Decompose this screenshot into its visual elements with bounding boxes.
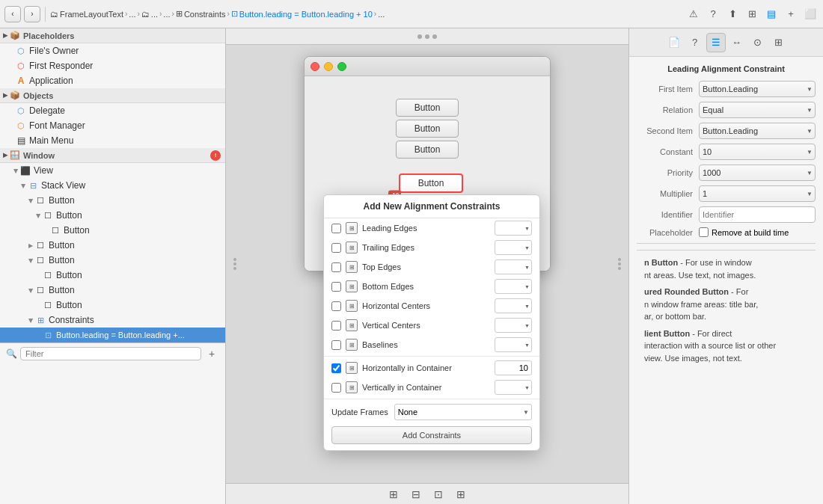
tree-item-first-responder[interactable]: ⬡ First Responder <box>0 58 225 73</box>
leading-edges-checkbox[interactable] <box>331 224 341 233</box>
vertically-container-select[interactable] <box>495 380 532 395</box>
tree-item-button-2[interactable]: ▶ ☐ Button <box>0 208 225 223</box>
warning-icon[interactable]: ⚠ <box>685 6 702 22</box>
horizontally-container-input[interactable] <box>495 360 532 375</box>
constant-select[interactable]: 10 <box>699 144 816 160</box>
horizontally-container-checkbox[interactable] <box>331 363 341 373</box>
baselines-checkbox[interactable] <box>331 340 341 350</box>
forward-button[interactable]: › <box>24 6 40 22</box>
breadcrumb-item-0[interactable]: 🗂 FrameLayoutText <box>50 10 123 19</box>
delegate-icon: ⬡ <box>15 105 27 117</box>
tree-item-button-4[interactable]: ▶ ☐ Button <box>0 238 225 253</box>
section-objects[interactable]: ▶ 📦 Objects <box>0 88 225 103</box>
canvas-bottom-layout-icon[interactable]: ⊞ <box>453 486 469 503</box>
rp-icon-file[interactable]: 📄 <box>664 33 684 52</box>
canvas-bottom-stack-icon[interactable]: ⊟ <box>408 486 424 503</box>
identifier-input[interactable] <box>699 206 816 223</box>
add-constraints-button[interactable]: Add Constraints <box>331 426 532 444</box>
top-edges-select[interactable] <box>495 259 532 274</box>
canvas-bottom-grid-icon[interactable]: ⊞ <box>385 486 402 503</box>
relation-select[interactable]: Equal Greater Than or Equal Less Than or… <box>699 102 816 118</box>
tree-item-constraint-detail[interactable]: ⊡ Button.leading = Button.leading +... <box>0 328 225 342</box>
identifier-label: Identifier <box>637 210 693 219</box>
tree-item-button-8[interactable]: ☐ Button <box>0 298 225 313</box>
update-frames-select[interactable]: None Items of New Constraints All Frames… <box>394 404 532 420</box>
breadcrumb-item-constraints[interactable]: ⊞ Constraints <box>176 9 226 19</box>
tree-item-constraints[interactable]: ▶ ⊞ Constraints <box>0 313 225 328</box>
resize-handle-right[interactable] <box>618 258 621 270</box>
share-icon[interactable]: ⬆ <box>724 6 741 22</box>
vertical-centers-checkbox[interactable] <box>331 321 341 331</box>
trailing-edges-icon: ⊞ <box>346 242 358 253</box>
tree-item-button-3[interactable]: ☐ Button <box>0 223 225 238</box>
canvas-button-1[interactable]: Button <box>396 99 459 117</box>
bottom-edges-checkbox[interactable] <box>331 282 341 292</box>
section-window[interactable]: ▶ 🪟 Window ! <box>0 148 225 163</box>
trailing-edges-row: ⊞ Trailing Edges ▼ <box>324 238 539 257</box>
horizontal-centers-select[interactable] <box>495 298 532 313</box>
trailing-edges-select[interactable] <box>495 240 532 255</box>
rp-icon-bindings[interactable]: ⊞ <box>769 33 789 52</box>
tree-item-stack-view[interactable]: ▶ ⊟ Stack View <box>0 178 225 193</box>
section-placeholders[interactable]: ▶ 📦 Placeholders <box>0 28 225 43</box>
top-edges-checkbox[interactable] <box>331 262 341 272</box>
constraint-detail-icon: ⊡ <box>42 329 54 341</box>
inspector-icon[interactable]: ? <box>705 6 721 22</box>
rp-icon-size[interactable]: ↔ <box>727 33 747 52</box>
tree-item-view[interactable]: ▶ ⬛ View <box>0 163 225 178</box>
vertical-centers-label: Vertical Centers <box>362 321 490 330</box>
vertical-centers-select[interactable] <box>495 318 532 333</box>
tree-item-button-7[interactable]: ▶ ☐ Button <box>0 283 225 298</box>
canvas-button-3[interactable]: Button <box>396 141 459 159</box>
tree-item-files-owner[interactable]: ⬡ File's Owner <box>0 43 225 58</box>
breadcrumb-item-3[interactable]: ... <box>163 10 170 19</box>
min-button[interactable] <box>324 62 333 71</box>
rp-icon-quickhelp[interactable]: ? <box>685 33 705 52</box>
breadcrumb-item-more[interactable]: ... <box>378 10 385 19</box>
toolbar: ‹ › 🗂 FrameLayoutText › ... › 🗂 ... › ..… <box>0 0 823 28</box>
canvas-bottom-align-icon[interactable]: ⊡ <box>430 486 447 503</box>
search-input[interactable] <box>20 347 201 360</box>
breadcrumb-item-constraint-detail[interactable]: ⊡ Button.leading = Button.leading + 10 <box>231 9 373 19</box>
placeholder-checkbox[interactable] <box>699 227 709 237</box>
add-object-button[interactable]: + <box>204 346 219 361</box>
canvas-top-bar <box>226 28 628 45</box>
tree-item-main-menu[interactable]: ▤ Main Menu <box>0 133 225 148</box>
second-item-select[interactable]: Button.Leading Button.Trailing <box>699 123 816 139</box>
rp-icon-connections[interactable]: ⊙ <box>748 33 768 52</box>
leading-edges-select[interactable] <box>495 221 532 236</box>
vertically-container-checkbox[interactable] <box>331 383 341 393</box>
bottom-edges-select[interactable] <box>495 279 532 294</box>
canvas-button-selected-1[interactable]: Button <box>399 173 464 193</box>
breadcrumb-item-1[interactable]: ... <box>129 10 135 19</box>
rp-icon-attributes[interactable]: ☰ <box>706 33 726 52</box>
divider-panel <box>637 243 816 244</box>
form-row-priority: Priority 1000 750 250 ▼ <box>637 165 816 181</box>
breadcrumb-item-2[interactable]: 🗂 ... <box>141 10 158 19</box>
grid-icon[interactable]: ⊞ <box>744 6 760 22</box>
add-icon[interactable]: + <box>783 6 799 22</box>
update-frames-row: Update Frames None Items of New Constrai… <box>324 401 539 423</box>
canvas-area[interactable]: Button Button Button -10 Button Button A… <box>226 45 628 483</box>
tree-item-button-5[interactable]: ▶ ☐ Button <box>0 253 225 268</box>
expand-icon[interactable]: ⬜ <box>802 6 819 22</box>
baselines-select[interactable] <box>495 337 532 352</box>
tree-item-delegate[interactable]: ⬡ Delegate <box>0 103 225 118</box>
resize-handle-left[interactable] <box>233 258 236 270</box>
first-item-select[interactable]: Button.Leading Button.Trailing <box>699 81 816 97</box>
button-1-icon: ☐ <box>34 194 46 206</box>
tree-item-button-1[interactable]: ▶ ☐ Button <box>0 193 225 208</box>
tree-item-button-6[interactable]: ☐ Button <box>0 268 225 283</box>
trailing-edges-checkbox[interactable] <box>331 243 341 253</box>
max-button[interactable] <box>337 62 346 71</box>
close-button[interactable] <box>310 62 319 71</box>
horizontal-centers-checkbox[interactable] <box>331 301 341 311</box>
tree-item-font-manager[interactable]: ⬡ Font Manager <box>0 118 225 133</box>
layout-icon[interactable]: ▤ <box>763 6 780 22</box>
canvas-button-2[interactable]: Button <box>396 120 459 138</box>
panel-title: Leading Alignment Constraint <box>637 64 816 73</box>
back-button[interactable]: ‹ <box>4 6 21 22</box>
multiplier-select[interactable]: 1 <box>699 185 816 202</box>
tree-item-application[interactable]: A Application <box>0 73 225 88</box>
priority-select[interactable]: 1000 750 250 <box>699 165 816 181</box>
